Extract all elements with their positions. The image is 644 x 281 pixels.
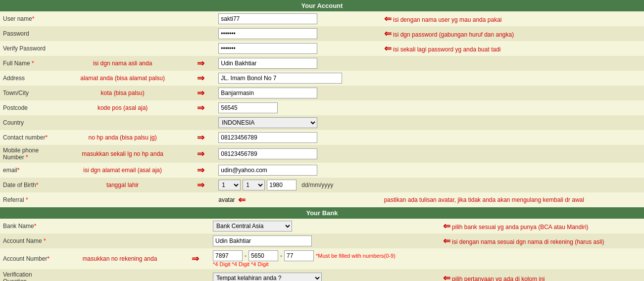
fullname-input[interactable] xyxy=(218,58,317,69)
mobile-arrow-right: ⇒ xyxy=(197,149,204,159)
verification-input-cell: Tempat kelahiran anda ? xyxy=(210,269,440,281)
verification-select[interactable]: Tempat kelahiran anda ? xyxy=(213,273,322,281)
dob-arrow-right: ⇒ xyxy=(197,180,204,190)
dob-label: Date of Birth* xyxy=(0,178,59,192)
account-section-header: Your Account xyxy=(0,0,644,11)
fullname-label: Full Name * xyxy=(0,56,59,71)
towncity-arrow-right: ⇒ xyxy=(197,88,204,98)
mobile-input-cell xyxy=(215,145,381,163)
country-arrow xyxy=(186,115,215,130)
contact-input-cell xyxy=(215,130,381,145)
dob-annotation: tanggal lahir xyxy=(59,178,186,192)
contact-required: * xyxy=(45,134,48,141)
country-select[interactable]: INDONESIA xyxy=(218,117,317,128)
account-number-label: Account Number* xyxy=(0,248,59,269)
password-input[interactable] xyxy=(218,28,317,39)
referral-annotation xyxy=(59,192,186,207)
password-arrow xyxy=(186,26,215,41)
account-number-part2[interactable] xyxy=(248,250,278,261)
country-annotation xyxy=(59,115,186,130)
password-annotation xyxy=(59,26,186,41)
verify-password-row: Verify Password ⇐ isi sekali lagi passwo… xyxy=(0,41,644,56)
bank-section-header: Your Bank xyxy=(0,207,644,219)
mobile-input[interactable] xyxy=(218,148,317,159)
email-hint xyxy=(381,163,644,178)
account-number-fields: - - *Must be filled with numbers(0-9) *4… xyxy=(213,250,437,267)
bank-name-arrow xyxy=(180,219,210,234)
bank-name-required: * xyxy=(34,223,37,230)
postcode-arrow-right: ⇒ xyxy=(197,103,204,113)
dob-format-label: dd/mm/yyyy xyxy=(301,182,333,188)
dob-day-select[interactable]: 1 xyxy=(218,180,241,190)
country-label: Country xyxy=(0,115,59,130)
account-number-input-cell: - - *Must be filled with numbers(0-9) *4… xyxy=(210,248,440,269)
account-name-hint-text: isi dengan nama sesuai dgn nama di reken… xyxy=(452,238,604,245)
postcode-annotation: kode pos (asal aja) xyxy=(59,100,186,115)
country-row: Country INDONESIA xyxy=(0,115,644,130)
address-arrow: ⇒ xyxy=(186,71,215,86)
password-hint-arrow: ⇐ xyxy=(384,29,392,39)
fullname-required: * xyxy=(32,60,34,67)
bank-name-row: Bank Name* Bank Central Asia Mandiri ⇐ p… xyxy=(0,219,644,234)
towncity-row: Town/City kota (bisa palsu) ⇒ xyxy=(0,86,644,100)
fullname-input-cell xyxy=(215,56,381,71)
email-input[interactable] xyxy=(218,165,317,176)
account-name-arrow xyxy=(180,234,210,248)
towncity-input[interactable] xyxy=(218,88,317,98)
address-annotation: alamat anda (bisa alamat palsu) xyxy=(59,71,186,86)
account-number-row: Account Number* masukkan no rekening and… xyxy=(0,248,644,269)
bank-name-select[interactable]: Bank Central Asia Mandiri xyxy=(213,221,292,232)
verify-password-arrow xyxy=(186,41,215,56)
towncity-arrow: ⇒ xyxy=(186,86,215,100)
account-number-hint xyxy=(440,248,644,269)
verification-question-row: Verification Question Tempat kelahiran a… xyxy=(0,269,644,281)
referral-fields: avatar ⇐ xyxy=(218,194,378,205)
account-form-table: User name* ⇐ isi dengan nama user yg mau… xyxy=(0,11,644,207)
account-number-part1[interactable] xyxy=(213,250,243,261)
verification-question-label: Verification Question xyxy=(0,269,59,281)
main-container: Your Account User name* ⇐ isi dengan nam… xyxy=(0,0,644,281)
postcode-input[interactable] xyxy=(218,102,278,113)
username-annotation xyxy=(59,11,186,26)
country-input-cell: INDONESIA xyxy=(215,115,381,130)
dob-month-select[interactable]: 1 xyxy=(243,180,265,190)
account-number-sub-note: *4 Digit *4 Digit *4 Digit xyxy=(213,261,437,267)
dob-row: Date of Birth* tanggal lahir ⇒ 1 1 dd/mm… xyxy=(0,178,644,192)
address-hint xyxy=(381,71,644,86)
bank-name-hint-text: pilih bank sesuai yg anda punya (BCA ata… xyxy=(452,224,589,231)
username-input[interactable] xyxy=(218,13,317,24)
email-arrow-right: ⇒ xyxy=(197,165,204,175)
verify-password-hint: ⇐ isi sekali lagi password yg anda buat … xyxy=(381,41,644,56)
verify-password-input[interactable] xyxy=(218,43,317,54)
dob-year-input[interactable] xyxy=(267,180,297,190)
postcode-label: Postcode xyxy=(0,100,59,115)
postcode-arrow: ⇒ xyxy=(186,100,215,115)
fullname-annotation: isi dgn nama asli anda xyxy=(59,56,186,71)
verify-password-annotation xyxy=(59,41,186,56)
contact-arrow: ⇒ xyxy=(186,130,215,145)
account-name-hint: ⇐ isi dengan nama sesuai dgn nama di rek… xyxy=(440,234,644,248)
email-label: email* xyxy=(0,163,59,178)
account-number-arrow-right: ⇒ xyxy=(192,254,199,264)
email-annotation: isi dgn alamat email (asal aja) xyxy=(59,163,186,178)
account-number-required: * xyxy=(47,255,50,262)
account-number-sep2: - xyxy=(280,252,282,259)
contact-hint xyxy=(381,130,644,145)
address-input[interactable] xyxy=(218,73,342,84)
username-hint-arrow-left: ⇐ xyxy=(384,14,392,24)
bank-name-hint: ⇐ pilih bank sesuai yg anda punya (BCA a… xyxy=(440,219,644,234)
email-arrow: ⇒ xyxy=(186,163,215,178)
account-number-part3[interactable] xyxy=(284,250,314,261)
contact-number-row: Contact number* no hp anda (bisa palsu j… xyxy=(0,130,644,145)
towncity-label: Town/City xyxy=(0,86,59,100)
mobile-required: * xyxy=(26,154,28,161)
password-hint: ⇐ isi dgn password (gabungan huruf dan a… xyxy=(381,26,644,41)
password-hint-text: isi dgn password (gabungan huruf dan ang… xyxy=(393,31,514,38)
contact-input[interactable] xyxy=(218,132,317,143)
account-number-arrow: ⇒ xyxy=(180,248,210,269)
account-name-input[interactable] xyxy=(213,235,312,246)
contact-arrow-right: ⇒ xyxy=(197,133,204,142)
bank-name-annotation xyxy=(59,219,180,234)
dob-input-cell: 1 1 dd/mm/yyyy xyxy=(215,178,381,192)
postcode-input-cell xyxy=(215,100,381,115)
